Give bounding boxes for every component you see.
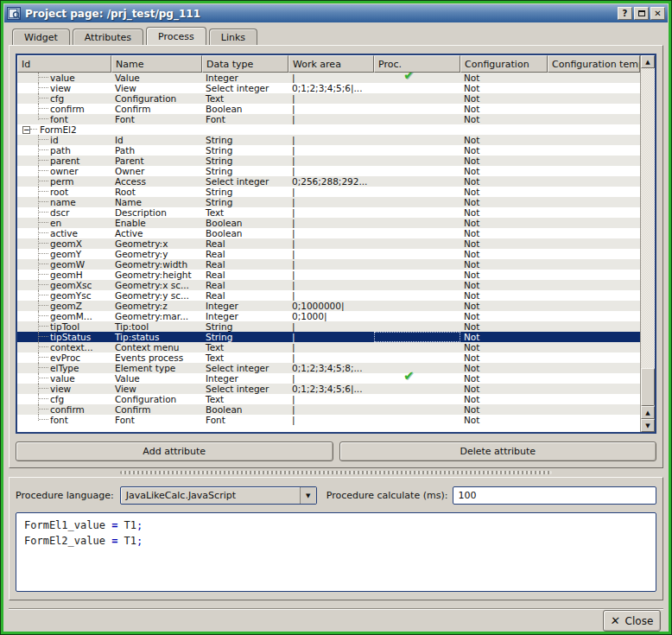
table-row[interactable]: geomYscGeometry:y sc...Real|Not [17,290,640,301]
column-header[interactable]: Id [17,55,111,73]
scrollbar-thumb[interactable] [641,368,655,406]
tab-process[interactable]: Process [146,27,206,45]
cell-proc [374,311,460,321]
table-row[interactable]: geomM...Geometry:mar...Integer0;1000|Not [17,311,640,321]
vertical-scrollbar[interactable]: ▲ ▲ ▼ [640,55,655,432]
table-row[interactable]: pathPathString|Not [17,145,640,156]
cell-data-type: Real [202,238,288,249]
tree-collapse-icon[interactable]: − [22,126,30,134]
cell-work-area: 0;1000000| [288,301,374,311]
table-row[interactable]: nameNameString|Not [17,197,640,207]
cell-work-area: | [288,342,374,352]
cell-work-area: | [288,332,374,342]
cell-proc [374,187,460,197]
cell-work-area: | [288,280,374,290]
cell-configuration: Not [460,73,548,83]
cell-name: Geometry:x [111,238,202,249]
procedure-language-select[interactable]: JavaLikeCalc.JavaScript ▼ [120,486,317,505]
table-row[interactable]: elTypeElement typeSelect integer0;1;2;3;… [17,363,640,373]
cell-id: geomYsc [17,290,111,301]
cell-work-area: 0;1;2;3;4;5;6|... [288,384,374,394]
titlebar[interactable]: Project page: /prj_test/pg_111 ? ✕ [4,4,668,22]
table-row[interactable]: valueValueInteger|✔Not [17,73,640,83]
table-row[interactable]: viewViewSelect integer0;1;2;3;4;5;6|...N… [17,384,640,394]
table-row[interactable]: geomXscGeometry:x sc...Real|Not [17,280,640,290]
table-row[interactable]: geomXGeometry:xReal|Not [17,238,640,249]
table-row[interactable]: dscrDescriptionText|Not [17,207,640,218]
column-header[interactable]: Proc. [374,55,460,73]
cell-configuration-temp [548,394,640,404]
cell-proc [374,352,460,363]
cell-proc [374,156,460,166]
cell-proc: ✔ [374,373,460,384]
close-window-button[interactable]: ✕ [650,7,665,20]
column-header[interactable]: Data type [202,55,288,73]
table-row[interactable]: tipToolTip:toolString|Not [17,321,640,332]
close-button[interactable]: ✕ Close [603,610,661,632]
cell-configuration-temp [548,207,640,218]
cell-configuration: Not [460,415,548,425]
scroll-up-button-bottom[interactable]: ▲ [641,406,655,419]
table-row[interactable]: viewViewSelect integer0;1;2;3;4;5;6|...N… [17,83,640,93]
table-row[interactable]: geomHGeometry:heightReal|Not [17,270,640,280]
column-header[interactable]: Configuration temp [548,55,640,73]
table-row[interactable]: fontFontFont|Not [17,114,640,124]
table-row[interactable]: cfgConfigurationText|Not [17,93,640,104]
cell-data-type: Text [202,352,288,363]
maximize-button[interactable] [634,7,649,20]
cell-data-type: Boolean [202,104,288,114]
cell-id: context... [17,342,111,352]
table-row[interactable]: geomWGeometry:widthReal|Not [17,259,640,270]
table-row[interactable]: cfgConfigurationText|Not [17,394,640,404]
table-body: valueValueInteger|✔NotviewViewSelect int… [17,73,640,432]
cell-proc [374,394,460,404]
table-row[interactable]: confirmConfirmBoolean|Not [17,404,640,415]
tab-attributes[interactable]: Attributes [73,29,143,45]
help-button[interactable]: ? [618,7,632,20]
column-header[interactable]: Name [111,55,202,73]
cell-configuration: Not [460,83,548,93]
table-row[interactable]: parentParentString|Not [17,156,640,166]
scroll-up-button[interactable]: ▲ [641,55,655,68]
table-row[interactable]: permAccessSelect integer0;256;288;292...… [17,176,640,187]
table-row[interactable]: activeActiveBoolean|Not [17,228,640,238]
table-row[interactable]: enEnableBoolean|Not [17,218,640,228]
tab-links[interactable]: Links [209,29,257,45]
cell-data-type: String [202,166,288,176]
procedure-calculate-input[interactable] [453,486,656,505]
delete-attribute-button[interactable]: Delete attribute [339,441,657,461]
cell-id: cfg [17,394,111,404]
cell-configuration-temp [548,238,640,249]
table-row[interactable]: idIdString|Not [17,135,640,145]
cell-configuration: Not [460,135,548,145]
table-row[interactable]: context...Context menuText|Not [17,342,640,352]
column-header[interactable]: Configuration [460,55,548,73]
scroll-down-button[interactable]: ▼ [641,419,655,432]
splitter[interactable] [4,468,668,477]
add-attribute-button[interactable]: Add attribute [16,441,333,461]
table-row[interactable]: fontFontFont|Not [17,415,640,425]
attributes-table: IdNameData typeWork areaProc.Configurati… [16,54,656,434]
cell-id: geomW [17,259,111,270]
column-header[interactable]: Work area [288,55,374,73]
cell-data-type: String [202,321,288,332]
tab-widget[interactable]: Widget [12,29,70,45]
cell-work-area: | [288,290,374,301]
cell-configuration-temp [548,352,640,363]
cell-configuration-temp [548,311,640,321]
table-row[interactable]: valueValueInteger|✔Not [17,373,640,384]
table-row[interactable]: confirmConfirmBoolean|Not [17,104,640,114]
table-row[interactable]: −FormEl2 [17,124,640,135]
table-row[interactable]: ownerOwnerString|Not [17,166,640,176]
table-row[interactable]: geomZGeometry:zInteger0;1000000|Not [17,301,640,311]
cell-configuration: Not [460,114,548,124]
cell-data-type: Font [202,415,288,425]
cell-id: font [17,114,111,124]
table-row[interactable]: geomYGeometry:yReal|Not [17,249,640,259]
scrollbar-track[interactable] [641,68,655,406]
table-row[interactable]: rootRootString|Not [17,187,640,197]
cell-data-type: Integer [202,301,288,311]
table-row[interactable]: evProcEvents processText|Not [17,352,640,363]
procedure-code-editor[interactable]: FormEl1_value = T1;FormEl2_value = T1; [16,512,656,592]
table-row[interactable]: tipStatusTip:statusString|Not [17,332,640,342]
